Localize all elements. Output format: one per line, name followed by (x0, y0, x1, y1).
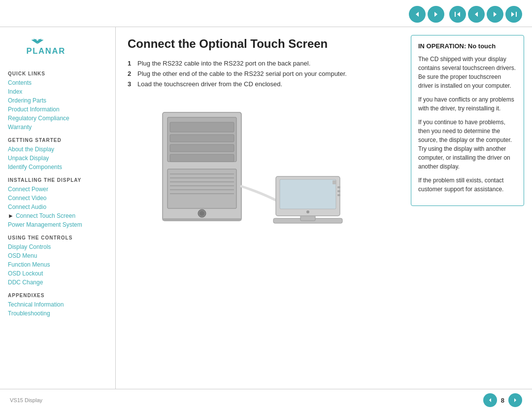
footer-product-name: VS15 Display (10, 397, 42, 403)
svg-rect-16 (170, 144, 234, 152)
svg-marker-37 (489, 398, 491, 402)
right-panel-para-3: If you continue to have problems, then y… (418, 118, 517, 171)
nav-last-button[interactable] (505, 6, 522, 23)
step-1-text: Plug the RS232 cable into the RS232 port… (137, 60, 310, 67)
sidebar-item-ddc-change[interactable]: DDC Change (8, 278, 115, 287)
sidebar-item-ordering-parts[interactable]: Ordering Parts (8, 96, 115, 105)
nav-next-button[interactable] (487, 6, 503, 23)
sidebar-item-product-information[interactable]: Product Information (8, 105, 115, 114)
right-panel-para-2: If you have conflicts or any problems wi… (418, 95, 517, 113)
sidebar-item-technical-information[interactable]: Technical Information (8, 300, 115, 309)
quick-links-title: QUICK LINKS (8, 71, 115, 76)
sidebar-item-osd-menu[interactable]: OSD Menu (8, 251, 115, 260)
content-area: Connect the Optional Touch Screen 1 Plug… (116, 27, 411, 389)
right-panel-para-4: If the problem still exists, contact cus… (418, 176, 517, 194)
svg-rect-2 (455, 12, 456, 17)
extended-nav-group (449, 6, 522, 23)
svg-marker-10 (37, 39, 44, 44)
sidebar-item-display-controls[interactable]: Display Controls (8, 242, 115, 251)
using-controls-section: USING THE CONTROLS Display Controls OSD … (8, 235, 115, 287)
svg-marker-9 (32, 39, 38, 44)
appendixes-section: APPENDIXES Technical Information Trouble… (8, 293, 115, 318)
svg-rect-6 (516, 12, 517, 17)
sidebar-item-warranty[interactable]: Warranty (8, 123, 115, 132)
sidebar: PLANAR QUICK LINKS Contents Index Orderi… (0, 27, 116, 389)
step-3: 3 Load the touchscreen driver from the C… (128, 80, 399, 88)
sidebar-item-contents[interactable]: Contents (8, 78, 115, 87)
top-bar (0, 0, 532, 27)
planar-logo: PLANAR (8, 35, 67, 60)
svg-point-26 (200, 211, 204, 216)
nav-back-button[interactable] (409, 6, 426, 23)
installing-title: INSTALLING THE DISPLAY (8, 177, 115, 183)
footer-page-number: 8 (501, 397, 504, 404)
svg-rect-18 (167, 169, 236, 208)
sidebar-item-identify-components[interactable]: Identify Components (8, 163, 115, 171)
sidebar-item-connect-audio[interactable]: Connect Audio (8, 203, 115, 211)
right-panel-title: IN OPERATION: No touch (418, 42, 517, 50)
footer-prev-button[interactable] (483, 393, 497, 407)
getting-started-title: GETTING STARTED (8, 137, 115, 143)
svg-rect-27 (163, 218, 241, 221)
sidebar-item-connect-touch-screen[interactable]: Connect Touch Screen (16, 211, 75, 220)
using-controls-title: USING THE CONTROLS (8, 235, 115, 240)
main-image-area (128, 98, 399, 240)
sidebar-item-index[interactable]: Index (8, 87, 115, 96)
active-arrow-icon: ► (8, 212, 14, 219)
quick-links-section: QUICK LINKS Contents Index Ordering Part… (8, 71, 115, 132)
sidebar-item-about-display[interactable]: About the Display (8, 145, 115, 154)
svg-marker-0 (416, 12, 419, 17)
sidebar-item-osd-lockout[interactable]: OSD Lockout (8, 269, 115, 278)
step-1-number: 1 (128, 60, 134, 67)
step-2-text: Plug the other end of the cable to the R… (137, 70, 347, 77)
main-area: PLANAR QUICK LINKS Contents Index Orderi… (0, 27, 532, 389)
footer-next-button[interactable] (508, 393, 522, 407)
appendixes-title: APPENDIXES (8, 293, 115, 298)
svg-rect-36 (337, 194, 340, 196)
svg-rect-14 (170, 122, 234, 132)
svg-rect-35 (337, 190, 340, 192)
svg-marker-5 (494, 12, 497, 17)
svg-marker-4 (475, 12, 478, 17)
prev-next-group (409, 6, 444, 23)
footer: VS15 Display 8 (0, 389, 532, 411)
svg-marker-1 (434, 12, 437, 17)
getting-started-section: GETTING STARTED About the Display Unpack… (8, 137, 115, 171)
nav-first-button[interactable] (449, 6, 466, 23)
nav-buttons (409, 6, 522, 23)
sidebar-item-connect-power[interactable]: Connect Power (8, 185, 115, 194)
step-3-text: Load the touchscreen driver from the CD … (137, 80, 282, 88)
svg-marker-3 (457, 12, 460, 17)
sidebar-item-power-management[interactable]: Power Management System (8, 220, 115, 229)
sidebar-item-function-menus[interactable]: Function Menus (8, 260, 115, 269)
svg-rect-15 (170, 135, 234, 142)
logo-area: PLANAR (8, 35, 115, 61)
step-3-number: 3 (128, 80, 134, 88)
svg-rect-17 (170, 154, 234, 162)
svg-marker-38 (514, 398, 516, 402)
svg-rect-32 (332, 180, 336, 184)
nav-forward-button[interactable] (428, 6, 444, 23)
svg-marker-7 (511, 12, 514, 17)
steps-list: 1 Plug the RS232 cable into the RS232 po… (128, 60, 399, 88)
sidebar-item-unpack-display[interactable]: Unpack Display (8, 154, 115, 163)
svg-rect-31 (280, 179, 336, 209)
computer-illustration (158, 98, 369, 240)
right-panel-para-1: The CD shipped with your display contain… (418, 55, 517, 90)
right-panel: IN OPERATION: No touch The CD shipped wi… (411, 35, 524, 206)
page-title: Connect the Optional Touch Screen (128, 37, 399, 51)
step-2-number: 2 (128, 70, 134, 77)
svg-rect-34 (337, 186, 340, 188)
sidebar-item-troubleshooting[interactable]: Troubleshooting (8, 309, 115, 318)
installing-section: INSTALLING THE DISPLAY Connect Power Con… (8, 177, 115, 229)
footer-nav: 8 (483, 393, 522, 407)
monitor (273, 176, 342, 223)
step-2: 2 Plug the other end of the cable to the… (128, 70, 399, 77)
svg-text:PLANAR: PLANAR (27, 46, 66, 56)
step-1: 1 Plug the RS232 cable into the RS232 po… (128, 60, 399, 67)
connect-touch-row: ► Connect Touch Screen (8, 211, 115, 220)
svg-point-33 (306, 210, 309, 213)
nav-prev-button[interactable] (468, 6, 485, 23)
sidebar-item-regulatory-compliance[interactable]: Regulatory Compliance (8, 114, 115, 123)
sidebar-item-connect-video[interactable]: Connect Video (8, 194, 115, 203)
